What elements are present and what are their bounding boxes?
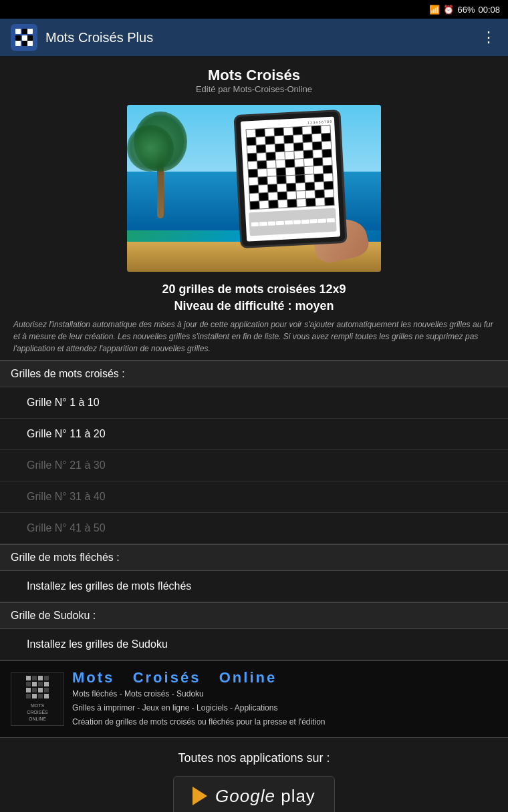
footer-text-block: Mots Croisés Online Mots fléchés - Mots …	[72, 669, 497, 729]
banner-image: 1 2 3 4 5 6 7 8 9	[127, 105, 381, 272]
google-play-button[interactable]: Google play	[173, 776, 335, 812]
status-icons: 📶 ⏰ 66% 00:08	[429, 5, 500, 15]
install-sudoku-item[interactable]: Installez les grilles de Sudoku	[0, 629, 508, 660]
install-fleches-item[interactable]: Installez les grilles de mots fléchés	[0, 571, 508, 602]
footer-desc-2: Grilles à imprimer - Jeux en ligne - Log…	[72, 702, 497, 715]
footer-brand: Mots Croisés Online	[72, 669, 497, 686]
auto-update-text: Autorisez l'installation automatique des…	[13, 319, 495, 355]
logo-grid	[26, 676, 49, 699]
palm-tree	[134, 105, 187, 218]
time-display: 00:08	[478, 5, 500, 15]
grid-count-text: 20 grilles de mots croisées 12x9	[13, 282, 495, 296]
banner-container: 1 2 3 4 5 6 7 8 9	[0, 105, 508, 272]
svg-rect-7	[22, 41, 27, 46]
footer-banner: MOTS CROISÉS ONLINE Mots Croisés Online …	[0, 660, 508, 737]
grille-3-item[interactable]: Grille N° 21 à 30	[0, 450, 508, 481]
crossword-section-header: Grilles de mots croisés :	[0, 361, 508, 387]
difficulty-text: Niveau de difficulté : moyen	[13, 299, 495, 313]
app-bar-left: Mots Croisés Plus	[11, 24, 153, 51]
header-section: Mots Croisés Edité par Mots-Croises-Onli…	[0, 56, 508, 99]
main-content: Mots Croisés Edité par Mots-Croises-Onli…	[0, 56, 508, 812]
google-play-section: Toutes nos applications sur : Google pla…	[0, 738, 508, 812]
game-title: Mots Croisés	[0, 67, 508, 84]
footer-desc-1: Mots fléchés - Mots croisés - Sudoku	[72, 688, 497, 700]
svg-rect-1	[22, 29, 27, 34]
svg-rect-6	[15, 41, 21, 46]
grille-2-item[interactable]: Grille N° 11 à 20	[0, 419, 508, 450]
overflow-menu-button[interactable]: ⋮	[481, 29, 497, 46]
crossword-icon	[15, 28, 33, 47]
grille-4-item[interactable]: Grille N° 31 à 40	[0, 481, 508, 513]
svg-rect-5	[27, 35, 33, 41]
google-play-cta-text: Toutes nos applications sur :	[11, 751, 497, 765]
description-section: 20 grilles de mots croisées 12x9 Niveau …	[0, 277, 508, 360]
battery-level: 66%	[457, 5, 475, 15]
footer-logo: MOTS CROISÉS ONLINE	[11, 672, 64, 726]
fleches-section-header: Grille de mots fléchés :	[0, 544, 508, 571]
tablet-device: 1 2 3 4 5 6 7 8 9	[233, 108, 374, 262]
footer-desc-3: Création de grilles de mots croisés ou f…	[72, 716, 497, 729]
status-bar: 📶 ⏰ 66% 00:08	[0, 0, 508, 19]
google-play-label: Google play	[215, 786, 315, 807]
sudoku-section-header: Grille de Sudoku :	[0, 602, 508, 629]
app-icon	[11, 24, 37, 51]
grille-1-item[interactable]: Grille N° 1 à 10	[0, 387, 508, 419]
app-bar: Mots Croisés Plus ⋮	[0, 19, 508, 56]
svg-rect-4	[22, 35, 27, 41]
signal-icon: 📶	[429, 5, 440, 15]
svg-rect-8	[27, 41, 33, 46]
play-triangle-icon	[193, 787, 207, 805]
svg-rect-0	[15, 29, 21, 34]
svg-rect-2	[27, 29, 33, 34]
svg-rect-3	[15, 35, 21, 41]
grille-5-item[interactable]: Grille N° 41 à 50	[0, 513, 508, 544]
game-subtitle: Edité par Mots-Croises-Online	[0, 84, 508, 94]
app-title: Mots Croisés Plus	[45, 30, 153, 45]
alarm-icon: ⏰	[443, 5, 454, 15]
